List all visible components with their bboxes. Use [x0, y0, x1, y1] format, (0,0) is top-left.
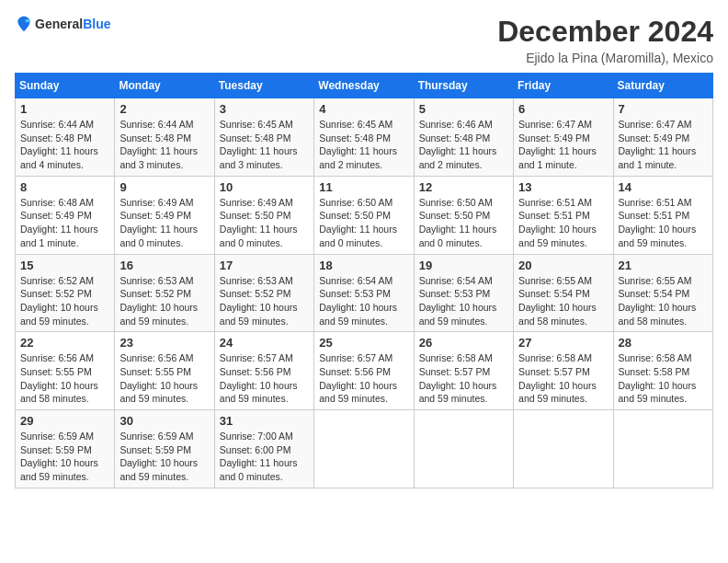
day-number: 13: [518, 180, 608, 194]
day-detail: Sunrise: 6:49 AMSunset: 5:49 PMDaylight:…: [119, 197, 198, 248]
day-number: 23: [119, 336, 209, 350]
table-row: 17Sunrise: 6:53 AMSunset: 5:52 PMDayligh…: [214, 254, 313, 332]
day-number: 18: [319, 259, 408, 272]
table-row: 24Sunrise: 6:57 AMSunset: 5:56 PMDayligh…: [214, 332, 313, 410]
day-detail: Sunrise: 6:47 AMSunset: 5:49 PMDaylight:…: [619, 119, 697, 170]
calendar-week-row: 1Sunrise: 6:44 AMSunset: 5:48 PMDaylight…: [16, 98, 713, 177]
day-detail: Sunrise: 6:50 AMSunset: 5:50 PMDaylight:…: [319, 197, 397, 248]
logo-text-blue: Blue: [83, 17, 110, 31]
table-row: 22Sunrise: 6:56 AMSunset: 5:55 PMDayligh…: [16, 332, 115, 410]
table-row: 19Sunrise: 6:54 AMSunset: 5:53 PMDayligh…: [414, 254, 513, 332]
calendar-week-row: 8Sunrise: 6:48 AMSunset: 5:49 PMDaylight…: [16, 176, 713, 254]
table-row: 20Sunrise: 6:55 AMSunset: 5:54 PMDayligh…: [514, 254, 613, 332]
day-number: 24: [220, 336, 309, 350]
table-row: 25Sunrise: 6:57 AMSunset: 5:56 PMDayligh…: [314, 332, 414, 410]
table-row: 7Sunrise: 6:47 AMSunset: 5:49 PMDaylight…: [613, 98, 712, 177]
table-row: 26Sunrise: 6:58 AMSunset: 5:57 PMDayligh…: [414, 332, 513, 410]
day-number: 7: [619, 102, 708, 116]
day-detail: Sunrise: 6:50 AMSunset: 5:50 PMDaylight:…: [419, 197, 497, 248]
day-detail: Sunrise: 6:59 AMSunset: 5:59 PMDaylight:…: [119, 431, 198, 482]
col-saturday: Saturday: [613, 74, 712, 98]
calendar-week-row: 15Sunrise: 6:52 AMSunset: 5:52 PMDayligh…: [16, 254, 713, 332]
col-sunday: Sunday: [16, 74, 115, 98]
col-tuesday: Tuesday: [214, 74, 313, 98]
day-detail: Sunrise: 6:51 AMSunset: 5:51 PMDaylight:…: [518, 197, 597, 248]
table-row: 6Sunrise: 6:47 AMSunset: 5:49 PMDaylight…: [514, 98, 613, 177]
table-row: 23Sunrise: 6:56 AMSunset: 5:55 PMDayligh…: [115, 332, 214, 410]
table-row: 16Sunrise: 6:53 AMSunset: 5:52 PMDayligh…: [115, 254, 214, 332]
day-detail: Sunrise: 6:51 AMSunset: 5:51 PMDaylight:…: [619, 197, 697, 248]
table-row: 29Sunrise: 6:59 AMSunset: 5:59 PMDayligh…: [16, 410, 115, 488]
day-detail: Sunrise: 7:00 AMSunset: 6:00 PMDaylight:…: [220, 431, 298, 482]
day-detail: Sunrise: 6:54 AMSunset: 5:53 PMDaylight:…: [319, 275, 397, 327]
calendar-header-row: Sunday Monday Tuesday Wednesday Thursday…: [16, 74, 713, 98]
day-detail: Sunrise: 6:53 AMSunset: 5:52 PMDaylight:…: [119, 275, 198, 327]
day-detail: Sunrise: 6:56 AMSunset: 5:55 PMDaylight:…: [119, 352, 198, 404]
calendar: Sunday Monday Tuesday Wednesday Thursday…: [15, 73, 713, 488]
day-detail: Sunrise: 6:58 AMSunset: 5:57 PMDaylight:…: [518, 352, 597, 404]
day-number: 26: [419, 336, 508, 350]
calendar-week-row: 29Sunrise: 6:59 AMSunset: 5:59 PMDayligh…: [16, 410, 713, 488]
table-row: 4Sunrise: 6:45 AMSunset: 5:48 PMDaylight…: [314, 98, 414, 177]
table-row: 10Sunrise: 6:49 AMSunset: 5:50 PMDayligh…: [214, 176, 313, 254]
day-number: 19: [419, 259, 508, 272]
table-row: 15Sunrise: 6:52 AMSunset: 5:52 PMDayligh…: [16, 254, 115, 332]
day-number: 16: [119, 259, 209, 272]
day-detail: Sunrise: 6:52 AMSunset: 5:52 PMDaylight:…: [20, 275, 98, 327]
table-row: [514, 410, 613, 488]
day-number: 3: [220, 102, 309, 116]
table-row: [314, 410, 414, 488]
day-number: 25: [319, 336, 408, 350]
day-number: 28: [619, 336, 708, 350]
day-number: 9: [119, 180, 209, 194]
day-number: 1: [20, 102, 109, 116]
calendar-week-row: 22Sunrise: 6:56 AMSunset: 5:55 PMDayligh…: [16, 332, 713, 410]
table-row: 21Sunrise: 6:55 AMSunset: 5:54 PMDayligh…: [613, 254, 712, 332]
logo-text-general: General: [35, 17, 83, 31]
table-row: [414, 410, 513, 488]
day-detail: Sunrise: 6:57 AMSunset: 5:56 PMDaylight:…: [220, 352, 298, 404]
day-detail: Sunrise: 6:57 AMSunset: 5:56 PMDaylight:…: [319, 352, 397, 404]
table-row: 3Sunrise: 6:45 AMSunset: 5:48 PMDaylight…: [214, 98, 313, 177]
day-number: 8: [20, 180, 109, 194]
day-detail: Sunrise: 6:46 AMSunset: 5:48 PMDaylight:…: [419, 119, 497, 170]
day-detail: Sunrise: 6:48 AMSunset: 5:49 PMDaylight:…: [20, 197, 98, 248]
day-detail: Sunrise: 6:53 AMSunset: 5:52 PMDaylight:…: [220, 275, 298, 327]
day-number: 30: [119, 414, 209, 428]
main-title: December 2024: [497, 15, 713, 49]
day-detail: Sunrise: 6:47 AMSunset: 5:49 PMDaylight:…: [518, 119, 597, 170]
day-number: 21: [619, 259, 708, 272]
day-detail: Sunrise: 6:59 AMSunset: 5:59 PMDaylight:…: [20, 431, 98, 482]
day-number: 5: [419, 102, 508, 116]
day-detail: Sunrise: 6:55 AMSunset: 5:54 PMDaylight:…: [619, 275, 697, 327]
table-row: 30Sunrise: 6:59 AMSunset: 5:59 PMDayligh…: [115, 410, 214, 488]
table-row: 28Sunrise: 6:58 AMSunset: 5:58 PMDayligh…: [613, 332, 712, 410]
table-row: 12Sunrise: 6:50 AMSunset: 5:50 PMDayligh…: [414, 176, 513, 254]
table-row: 11Sunrise: 6:50 AMSunset: 5:50 PMDayligh…: [314, 176, 414, 254]
subtitle: Ejido la Pina (Maromilla), Mexico: [497, 51, 713, 65]
day-detail: Sunrise: 6:45 AMSunset: 5:48 PMDaylight:…: [220, 119, 298, 170]
col-monday: Monday: [115, 74, 214, 98]
day-detail: Sunrise: 6:45 AMSunset: 5:48 PMDaylight:…: [319, 119, 397, 170]
day-number: 22: [20, 336, 109, 350]
col-thursday: Thursday: [414, 74, 513, 98]
table-row: 1Sunrise: 6:44 AMSunset: 5:48 PMDaylight…: [16, 98, 115, 177]
day-number: 14: [619, 180, 708, 194]
table-row: 14Sunrise: 6:51 AMSunset: 5:51 PMDayligh…: [613, 176, 712, 254]
day-number: 10: [220, 180, 309, 194]
day-number: 4: [319, 102, 408, 116]
day-number: 6: [518, 102, 608, 116]
table-row: 5Sunrise: 6:46 AMSunset: 5:48 PMDaylight…: [414, 98, 513, 177]
table-row: 2Sunrise: 6:44 AMSunset: 5:48 PMDaylight…: [115, 98, 214, 177]
logo: GeneralBlue: [15, 15, 110, 33]
day-number: 20: [518, 259, 608, 272]
day-detail: Sunrise: 6:56 AMSunset: 5:55 PMDaylight:…: [20, 352, 98, 404]
day-number: 27: [518, 336, 608, 350]
col-friday: Friday: [514, 74, 613, 98]
day-number: 2: [119, 102, 209, 116]
table-row: 9Sunrise: 6:49 AMSunset: 5:49 PMDaylight…: [115, 176, 214, 254]
day-detail: Sunrise: 6:44 AMSunset: 5:48 PMDaylight:…: [119, 119, 198, 170]
table-row: 8Sunrise: 6:48 AMSunset: 5:49 PMDaylight…: [16, 176, 115, 254]
table-row: 27Sunrise: 6:58 AMSunset: 5:57 PMDayligh…: [514, 332, 613, 410]
title-section: December 2024 Ejido la Pina (Maromilla),…: [497, 15, 713, 65]
